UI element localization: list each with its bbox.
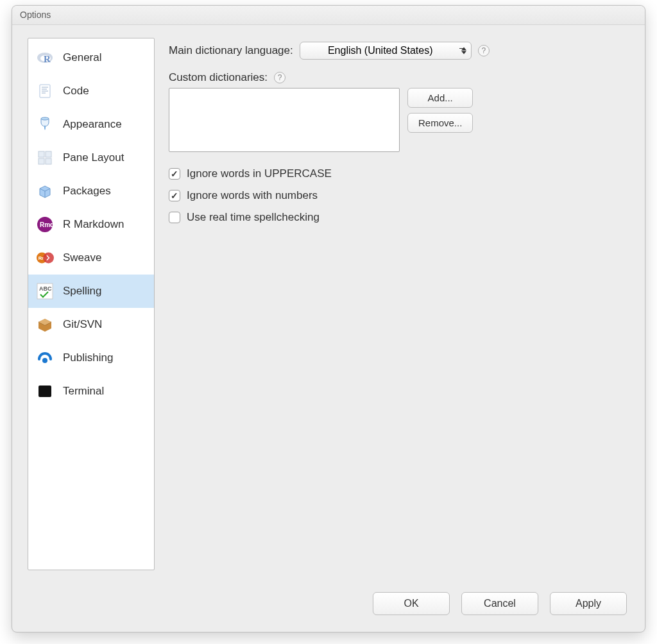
panes-icon — [36, 149, 54, 167]
sidebar-item-appearance[interactable]: Appearance — [28, 108, 154, 141]
sidebar: R General Code — [28, 38, 155, 570]
terminal-icon — [36, 382, 54, 400]
sidebar-item-git-svn[interactable]: Git/SVN — [28, 308, 154, 341]
checkbox-ignore-uppercase[interactable] — [169, 168, 180, 180]
rmd-icon: Rmd — [36, 216, 54, 233]
updown-caret-icon — [461, 47, 466, 55]
sidebar-item-sweave[interactable]: Rnw Sweave — [28, 241, 154, 275]
sidebar-item-code[interactable]: Code — [28, 74, 154, 108]
svg-rect-21 — [38, 386, 51, 397]
svg-rect-10 — [46, 151, 51, 157]
help-icon[interactable]: ? — [274, 72, 286, 83]
language-select-wrap: English (United States) — [300, 42, 472, 60]
checkbox-label: Ignore words in UPPERCASE — [187, 167, 332, 180]
sidebar-item-publishing[interactable]: Publishing — [28, 341, 154, 375]
sidebar-item-label: Spelling — [63, 285, 102, 298]
svg-rect-9 — [38, 151, 44, 157]
svg-rect-11 — [38, 158, 44, 164]
sidebar-item-label: R Markdown — [63, 218, 124, 231]
help-icon[interactable]: ? — [478, 45, 490, 56]
sidebar-item-label: Packages — [63, 185, 111, 198]
svg-rect-12 — [46, 158, 51, 164]
sidebar-item-label: Git/SVN — [63, 318, 102, 331]
publish-icon — [36, 349, 54, 367]
check-realtime-row[interactable]: Use real time spellchecking — [169, 211, 629, 224]
sidebar-item-label: Appearance — [63, 118, 122, 131]
sidebar-item-label: Terminal — [63, 385, 104, 398]
dialog-footer: OK Cancel Apply — [12, 588, 645, 632]
svg-text:Rmd: Rmd — [40, 221, 53, 228]
sidebar-item-spelling[interactable]: ABC Spelling — [28, 275, 154, 308]
sidebar-item-terminal[interactable]: Terminal — [28, 375, 154, 408]
custom-dictionaries-list[interactable] — [169, 88, 400, 152]
check-ignore-numbers-row[interactable]: Ignore words with numbers — [169, 189, 629, 202]
language-select-value: English (United States) — [328, 45, 433, 56]
sidebar-item-label: Pane Layout — [63, 151, 124, 164]
r-logo-icon: R — [36, 49, 54, 67]
sidebar-item-packages[interactable]: Packages — [28, 174, 154, 208]
sidebar-item-label: Publishing — [63, 352, 113, 364]
dialog-body: R General Code — [12, 25, 645, 588]
cancel-button[interactable]: Cancel — [461, 592, 538, 615]
sidebar-item-rmarkdown[interactable]: Rmd R Markdown — [28, 208, 154, 241]
sidebar-item-label: Code — [63, 85, 89, 97]
git-box-icon — [36, 316, 54, 334]
dialog-title: Options — [12, 6, 645, 25]
package-box-icon — [36, 182, 54, 200]
options-dialog: Options R General — [12, 5, 645, 632]
sidebar-item-label: Sweave — [63, 251, 101, 264]
language-select[interactable]: English (United States) — [300, 42, 472, 60]
language-label: Main dictionary language: — [169, 44, 293, 57]
sidebar-item-label: General — [63, 51, 101, 64]
add-button[interactable]: Add... — [407, 88, 473, 108]
paint-bucket-icon — [36, 115, 54, 133]
sidebar-item-general[interactable]: R General — [28, 41, 154, 74]
content-pane: Main dictionary language: English (Unite… — [169, 38, 629, 588]
sweave-icon: Rnw — [36, 249, 54, 267]
remove-button[interactable]: Remove... — [407, 113, 473, 133]
checkbox-realtime[interactable] — [169, 212, 180, 223]
custom-dict-label: Custom dictionaries: — [169, 71, 268, 84]
spellcheck-icon: ABC — [36, 282, 54, 300]
sidebar-item-pane-layout[interactable]: Pane Layout — [28, 141, 154, 174]
checkbox-label: Use real time spellchecking — [187, 211, 320, 224]
checkbox-label: Ignore words with numbers — [187, 189, 318, 202]
svg-point-20 — [42, 358, 47, 363]
checkbox-ignore-numbers[interactable] — [169, 190, 180, 201]
check-ignore-uppercase-row[interactable]: Ignore words in UPPERCASE — [169, 167, 629, 180]
svg-text:ABC: ABC — [39, 285, 52, 292]
svg-point-8 — [41, 117, 49, 120]
code-file-icon — [36, 82, 54, 100]
ok-button[interactable]: OK — [373, 592, 450, 615]
svg-text:R: R — [44, 54, 51, 64]
apply-button[interactable]: Apply — [550, 592, 627, 615]
